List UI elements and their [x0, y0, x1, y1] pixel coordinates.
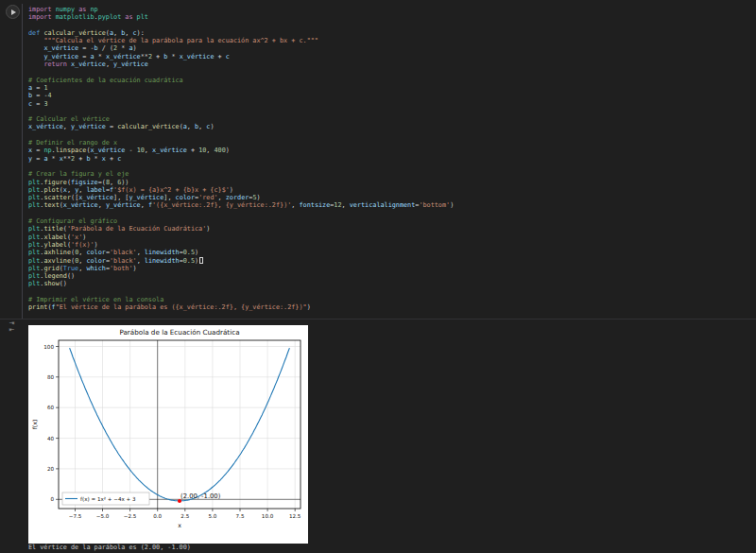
code-line[interactable]: # Imprimir el vértice en la consola: [28, 296, 454, 303]
code-line[interactable]: plt.scatter([x_vértice], [y_vértice], co…: [28, 194, 454, 201]
code-line[interactable]: plt.show(): [28, 280, 454, 287]
chart-xlabel: x: [178, 522, 181, 528]
code-line[interactable]: # Configurar el gráfico: [28, 217, 454, 225]
y-tick-label: 0: [50, 496, 54, 502]
matplotlib-figure: (2.00, -1.00)−7.5−5.0−2.50.02.55.07.510.…: [28, 325, 308, 544]
code-line[interactable]: y_vértice = a * x_vértice**2 + b * x_vér…: [28, 53, 454, 60]
x-tick-label: −7.5: [69, 513, 82, 519]
code-line[interactable]: [28, 22, 454, 29]
code-editor[interactable]: import numpy as npimport matplotlib.pypl…: [28, 6, 454, 312]
y-tick-label: 80: [47, 374, 55, 380]
run-cell-button[interactable]: [6, 5, 20, 19]
code-line[interactable]: [28, 163, 454, 170]
code-line[interactable]: [28, 210, 454, 217]
cell-output-divider: [0, 319, 756, 320]
code-line[interactable]: [28, 131, 454, 139]
chart-legend: f(x) = 1x² + −4x + 3: [62, 493, 149, 505]
code-line[interactable]: # Calcular el vértice: [28, 115, 454, 123]
code-line[interactable]: x_vértice = -b / (2 * a): [28, 44, 454, 52]
x-tick-label: −2.5: [124, 513, 137, 519]
cell-focus-border: [22, 4, 23, 319]
code-line[interactable]: plt.text(x_vértice, y_vértice, f'({x_vér…: [28, 201, 454, 209]
code-line[interactable]: def calcular_vértice(a, b, c):: [28, 29, 454, 37]
code-line[interactable]: plt.plot(x, y, label=f'$f(x) = {a}x^2 + …: [28, 186, 454, 194]
code-line[interactable]: [28, 288, 454, 296]
code-line[interactable]: plt.grid(True, which='both'): [28, 265, 454, 272]
code-line[interactable]: plt.title('Parábola de la Ecuación Cuadr…: [28, 225, 454, 233]
x-tick-label: 2.5: [180, 513, 189, 519]
arrow-left-bar-icon: ⇤: [9, 327, 15, 334]
text-cursor: [199, 257, 203, 264]
play-icon: [11, 9, 16, 15]
code-line[interactable]: plt.axhline(0, color='black', linewidth=…: [28, 249, 454, 256]
x-tick-label: 0.0: [153, 513, 162, 519]
x-tick-label: 12.5: [289, 513, 301, 519]
code-line[interactable]: a = 1: [28, 84, 454, 92]
code-line[interactable]: x = np.linspace(x_vértice - 10, x_vértic…: [28, 147, 454, 154]
code-line[interactable]: plt.axvline(0, color='black', linewidth=…: [28, 257, 454, 265]
stdout-text: El vértice de la parábola es (2.00, -1.0…: [28, 544, 191, 551]
vertex-annotation: (2.00, -1.00): [180, 493, 221, 500]
x-tick-label: −5.0: [96, 513, 110, 519]
code-line[interactable]: plt.xlabel('x'): [28, 233, 454, 241]
code-line[interactable]: [28, 108, 454, 115]
code-line[interactable]: y = a * x**2 + b * x + c: [28, 155, 454, 163]
code-line[interactable]: c = 3: [28, 100, 454, 108]
chart-title: Parábola de la Ecuación Cuadrática: [119, 328, 239, 337]
code-line[interactable]: # Coeficientes de la ecuación cuadrática: [28, 77, 454, 84]
code-line[interactable]: """Calcula el vértice de la parábola par…: [28, 37, 454, 44]
x-tick-label: 7.5: [236, 513, 245, 519]
chart-frame: [59, 340, 301, 509]
chart-grid: [59, 340, 301, 509]
y-tick-label: 40: [47, 436, 55, 441]
code-line[interactable]: print(f"El vértice de la parábola es ({x…: [28, 303, 454, 311]
x-tick-label: 5.0: [208, 513, 216, 519]
y-tick-label: 60: [47, 405, 55, 410]
y-tick-label: 20: [47, 466, 55, 472]
code-line[interactable]: b = -4: [28, 92, 454, 99]
code-line[interactable]: # Crear la figura y el eje: [28, 170, 454, 178]
code-line[interactable]: plt.legend(): [28, 272, 454, 280]
y-tick-label: 100: [43, 344, 54, 350]
legend-label: f(x) = 1x² + −4x + 3: [80, 496, 136, 502]
chart-ylabel: f(x): [31, 420, 38, 430]
layout-toggle-icon[interactable]: ⇥⇤: [4, 320, 20, 334]
code-line[interactable]: import matplotlib.pyplot as plt: [28, 13, 454, 21]
code-line[interactable]: # Definir el rango de x: [28, 139, 454, 147]
code-line[interactable]: import numpy as np: [28, 6, 454, 13]
code-line[interactable]: plt.figure(figsize=(8, 6)): [28, 179, 454, 186]
code-line[interactable]: return x_vértice, y_vértice: [28, 60, 454, 68]
code-line[interactable]: x_vértice, y_vértice = calcular_vértice(…: [28, 123, 454, 130]
plot-output: (2.00, -1.00)−7.5−5.0−2.50.02.55.07.510.…: [28, 325, 308, 544]
code-line[interactable]: [28, 68, 454, 76]
x-tick-label: 10.0: [262, 513, 274, 519]
code-line[interactable]: plt.ylabel('f(x)'): [28, 241, 454, 249]
